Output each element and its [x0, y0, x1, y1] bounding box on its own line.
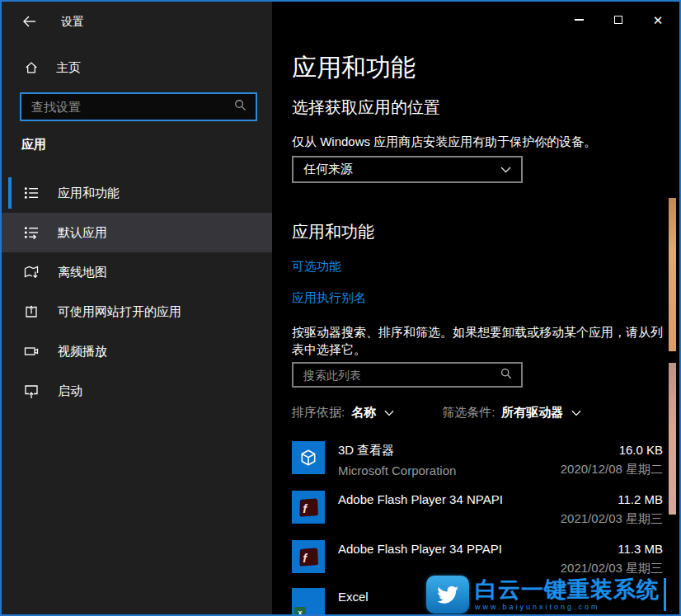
app-date: 2020/12/08 星期二: [561, 462, 663, 477]
excel-glyph: x: [294, 607, 306, 616]
watermark-text-block: 白云一键重装系统 www.baiyunxitong.com: [475, 578, 666, 610]
scrollbar-thumb[interactable]: [669, 363, 676, 515]
sidebar-section-label: 应用: [21, 137, 46, 153]
sidebar: 设置 主页 应用 应用和功能: [2, 2, 272, 614]
app-row-flash-npapi[interactable]: f Adobe Flash Player 34 NPAPI 11.2 MB 20…: [292, 491, 663, 527]
sort-by-value[interactable]: 名称: [351, 405, 376, 421]
app-size: 11.3 MB: [561, 542, 663, 556]
sidebar-item-apps-features[interactable]: 应用和功能: [2, 173, 272, 213]
page-title: 应用和功能: [292, 51, 416, 85]
apps-features-heading: 应用和功能: [292, 221, 374, 243]
watermark: 白云一键重装系统 www.baiyunxitong.com: [426, 576, 666, 614]
sidebar-item-label: 视频播放: [58, 344, 107, 360]
sidebar-item-label: 默认应用: [58, 225, 107, 241]
sidebar-item-default-apps[interactable]: 默认应用: [2, 213, 272, 252]
search-list-input[interactable]: [302, 368, 500, 383]
maximize-icon: [614, 16, 622, 24]
filter-by-label: 筛选条件:: [442, 405, 495, 421]
startup-icon: [23, 383, 40, 399]
excel-icon: x: [292, 588, 325, 616]
minimize-icon: [575, 19, 584, 21]
app-row-flash-ppapi[interactable]: f Adobe Flash Player 34 PPAPI 11.3 MB 20…: [292, 540, 663, 576]
scrollbar-thumb[interactable]: [669, 198, 676, 351]
search-icon: [500, 367, 513, 383]
app-size: 16.0 KB: [561, 443, 663, 457]
app-name: Adobe Flash Player 34 NPAPI: [338, 492, 503, 506]
3d-viewer-icon: [292, 441, 325, 474]
chevron-down-icon: [500, 167, 511, 173]
app-name: Excel: [338, 590, 369, 604]
sort-by-label: 排序依据:: [292, 405, 345, 421]
find-settings-input[interactable]: [30, 99, 233, 115]
app-execution-aliases-link[interactable]: 应用执行别名: [292, 290, 366, 306]
app-date: 2021/02/03 星期三: [561, 511, 663, 527]
sidebar-item-video-playback[interactable]: 视频播放: [2, 332, 272, 371]
apps-list-description: 按驱动器搜索、排序和筛选。如果想要卸载或移动某个应用，请从列表中选择它。: [292, 323, 668, 358]
choose-source-description: 仅从 Windows 应用商店安装应用有助于保护你的设备。: [292, 134, 596, 150]
watermark-url: www.baiyunxitong.com: [475, 603, 660, 611]
minimize-button[interactable]: [571, 12, 587, 28]
bird-icon: [426, 576, 469, 614]
chevron-down-icon[interactable]: [571, 410, 581, 416]
maximize-button[interactable]: [610, 12, 627, 28]
sidebar-item-offline-maps[interactable]: 离线地图: [2, 252, 272, 292]
filter-by-value[interactable]: 所有驱动器: [501, 405, 563, 421]
app-name: 3D 查看器: [338, 443, 456, 458]
flash-player-icon: f: [292, 491, 325, 524]
app-size: 11.2 MB: [561, 492, 663, 506]
choose-source-heading: 选择获取应用的位置: [292, 96, 440, 119]
app-name: Adobe Flash Player 34 PPAPI: [338, 542, 502, 556]
settings-window: 设置 主页 应用 应用和功能: [0, 0, 681, 616]
watermark-title: 白云一键重装系统: [475, 578, 660, 601]
sidebar-nav: 应用和功能 默认应用 离线地图 可使用网站打开的应用: [2, 173, 272, 411]
app-publisher: Microsoft Corporation: [338, 463, 456, 477]
sidebar-item-startup[interactable]: 启动: [2, 371, 272, 411]
sidebar-home-label: 主页: [56, 60, 81, 76]
flash-player-icon: f: [292, 540, 325, 573]
home-icon: [23, 59, 40, 76]
chevron-down-icon[interactable]: [384, 410, 394, 416]
default-apps-icon: [23, 224, 40, 241]
find-settings-box: [20, 92, 257, 121]
back-icon[interactable]: [21, 13, 38, 30]
window-controls: ✕: [571, 12, 666, 28]
app-source-dropdown-value: 任何来源: [303, 162, 353, 177]
search-icon: [233, 98, 247, 115]
sidebar-item-label: 可使用网站打开的应用: [58, 304, 181, 320]
close-button[interactable]: ✕: [650, 12, 666, 28]
sort-filter-row: 排序依据: 名称 筛选条件: 所有驱动器: [292, 405, 581, 421]
optional-features-link[interactable]: 可选功能: [292, 259, 341, 275]
apps-features-icon: [23, 185, 40, 201]
app-source-dropdown[interactable]: 任何来源: [292, 156, 523, 183]
window-title: 设置: [61, 15, 84, 30]
sidebar-item-home[interactable]: 主页: [23, 59, 81, 76]
sidebar-item-apps-for-websites[interactable]: 可使用网站打开的应用: [2, 292, 272, 332]
close-icon: ✕: [653, 14, 664, 26]
sidebar-item-label: 离线地图: [58, 265, 107, 280]
app-date: 2021/02/03 星期三: [561, 561, 663, 576]
sidebar-item-label: 启动: [58, 383, 82, 399]
offline-maps-icon: [23, 264, 40, 280]
sidebar-item-label: 应用和功能: [58, 186, 120, 201]
app-row-3d-viewer[interactable]: 3D 查看器 Microsoft Corporation 16.0 KB 202…: [292, 441, 663, 477]
apps-for-websites-icon: [23, 303, 40, 320]
video-playback-icon: [23, 343, 40, 360]
search-list-box: [292, 362, 523, 388]
